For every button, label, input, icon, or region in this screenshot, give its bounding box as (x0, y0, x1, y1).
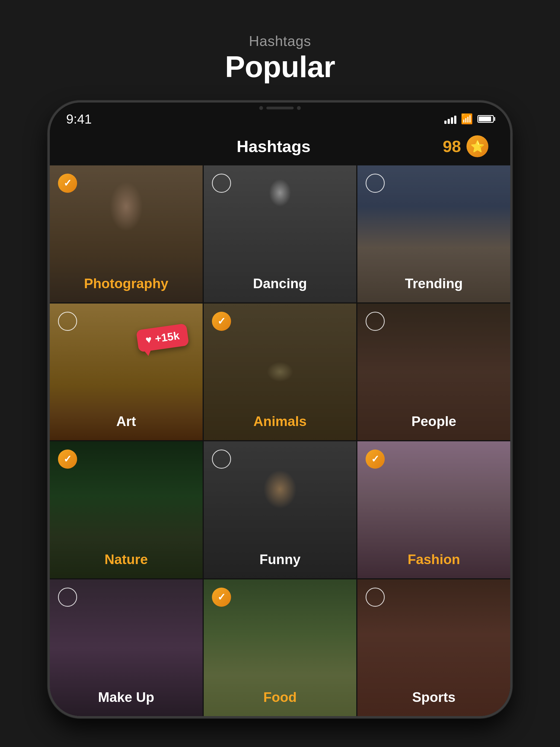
wifi-icon: 📶 (461, 113, 473, 125)
sports-label: Sports (412, 689, 455, 705)
dancing-content: Dancing (204, 165, 357, 302)
fashion-content: Fashion (357, 441, 510, 578)
page-title: Popular (225, 49, 335, 84)
page-subtitle: Hashtags (225, 33, 335, 49)
app-screen: 9:41 📶 Hashtags 98 ⭐ (50, 103, 510, 716)
score-display: 98 (443, 137, 461, 156)
animals-content: Animals (204, 304, 357, 440)
photography-content: Photography (50, 165, 203, 302)
header-right: 98 ⭐ (443, 135, 488, 157)
hashtag-grid: ✓PhotographyDancingTrendingArt✓AnimalsPe… (50, 165, 510, 716)
fashion-label: Fashion (408, 551, 460, 567)
grid-item-nature[interactable]: ✓Nature (50, 441, 203, 578)
dancing-label: Dancing (253, 276, 307, 291)
nature-content: Nature (50, 441, 203, 578)
battery-fill (479, 117, 491, 121)
nature-label: Nature (104, 551, 148, 567)
signal-icon (444, 114, 456, 124)
mute-button[interactable] (48, 185, 50, 201)
app-header: Hashtags 98 ⭐ (50, 130, 510, 163)
funny-content: Funny (204, 441, 357, 578)
grid-item-trending[interactable]: Trending (357, 165, 510, 302)
like-heart-icon: ♥ (145, 334, 153, 346)
notch-sensor (297, 106, 301, 110)
people-label: People (411, 413, 456, 429)
photography-label: Photography (84, 276, 168, 291)
battery-icon (478, 115, 494, 123)
grid-item-sports[interactable]: Sports (357, 579, 510, 716)
people-content: People (357, 304, 510, 440)
volume-up-button[interactable] (48, 217, 50, 245)
food-content: Food (204, 579, 357, 716)
grid-item-people[interactable]: People (357, 304, 510, 440)
app-header-title: Hashtags (237, 137, 311, 156)
makeup-content: Make Up (50, 579, 203, 716)
grid-item-funny[interactable]: Funny (204, 441, 357, 578)
status-time: 9:41 (66, 111, 92, 127)
art-content: Art (50, 304, 203, 440)
art-label: Art (116, 413, 136, 429)
grid-item-art[interactable]: Art (50, 304, 203, 440)
trending-content: Trending (357, 165, 510, 302)
grid-item-makeup[interactable]: Make Up (50, 579, 203, 716)
grid-item-animals[interactable]: ✓Animals (204, 304, 357, 440)
volume-down-button[interactable] (48, 256, 50, 283)
like-count: +15k (154, 330, 180, 345)
grid-item-fashion[interactable]: ✓Fashion (357, 441, 510, 578)
notch-camera (259, 106, 263, 110)
phone-frame: 9:41 📶 Hashtags 98 ⭐ (48, 100, 512, 718)
animals-label: Animals (253, 413, 307, 429)
trending-label: Trending (405, 276, 463, 291)
power-button[interactable] (510, 212, 512, 245)
makeup-label: Make Up (98, 689, 154, 705)
grid-item-food[interactable]: ✓Food (204, 579, 357, 716)
status-icons: 📶 (444, 113, 494, 125)
star-badge: ⭐ (466, 135, 488, 157)
phone-notch (239, 103, 321, 113)
notch-speaker (266, 107, 294, 109)
food-label: Food (263, 689, 297, 705)
sports-content: Sports (357, 579, 510, 716)
grid-item-dancing[interactable]: Dancing (204, 165, 357, 302)
funny-label: Funny (259, 551, 301, 567)
grid-item-photography[interactable]: ✓Photography (50, 165, 203, 302)
page-header: Hashtags Popular (225, 0, 335, 100)
